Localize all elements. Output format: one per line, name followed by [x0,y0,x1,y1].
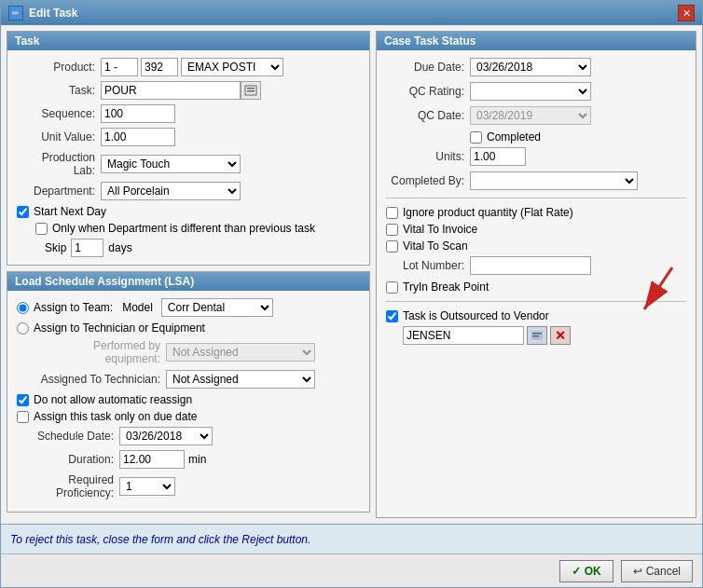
outsourced-checkbox[interactable] [386,310,398,322]
window-title: Edit Task [29,7,77,20]
task-label: Task: [17,84,101,97]
product-code-input[interactable] [141,58,178,76]
duration-label: Duration: [17,453,119,466]
divider2 [386,301,686,302]
assign-team-radio[interactable] [17,302,29,314]
assign-team-label: Assign to Team: [34,301,113,314]
task-input[interactable] [101,81,241,100]
tryin-row: TryIn Break Point [386,280,686,294]
duration-row: Duration: min [17,450,360,469]
vendor-input[interactable] [403,326,524,345]
proficiency-row: Required Proficiency: 1 2 3 [17,473,360,499]
product-row: Product: EMAX POSTI [17,58,360,76]
department-row: Department: All Porcelain Wax Metal [17,182,360,200]
units-input[interactable] [470,147,526,166]
duration-input[interactable] [119,450,185,469]
product-name-select[interactable]: EMAX POSTI [181,58,283,76]
product-label: Product: [17,61,101,74]
left-panel: Task Product: EMAX POSTI [7,31,370,518]
vital-invoice-checkbox[interactable] [386,224,398,236]
cancel-label: Cancel [646,565,681,578]
start-next-day-label: Start Next Day [34,205,106,218]
assigned-to-select[interactable]: Not Assigned [166,370,315,389]
lot-number-input[interactable] [470,256,591,275]
assign-tech-label: Assign to Technician or Equipment [34,321,205,335]
performed-by-row: Performed by equipment: Not Assigned [35,339,360,365]
vital-scan-checkbox[interactable] [386,240,398,253]
vital-scan-row: Vital To Scan [386,239,686,253]
do-not-allow-label: Do not allow automatic reassign [34,393,192,406]
do-not-allow-row: Do not allow automatic reassign [17,393,360,406]
completed-by-select[interactable] [470,171,638,190]
vendor-lookup-icon [531,331,543,340]
team-select[interactable]: Corr Dental Team A [161,298,273,317]
tryin-label: TryIn Break Point [403,280,489,294]
days-label: days [108,241,131,254]
department-label: Department: [17,185,101,198]
production-lab-select[interactable]: Magic Touch Other Lab [101,155,241,173]
lsa-group: Load Schedule Assignment (LSA) Assign to… [7,271,370,513]
svg-rect-7 [532,335,539,337]
vendor-clear-button[interactable]: ✕ [550,326,571,345]
assign-only-checkbox[interactable] [17,411,29,423]
button-bar: ✓ OK ↩ Cancel [1,554,702,587]
vendor-row: ✕ [403,326,686,345]
production-lab-row: Production Lab: Magic Touch Other Lab [17,151,360,177]
ignore-qty-label: Ignore product quantity (Flat Rate) [403,206,573,219]
due-date-row: Due Date: 03/26/2018 [386,58,686,76]
vital-invoice-row: Vital To Invoice [386,223,686,236]
schedule-date-select[interactable]: 03/26/2018 [119,427,213,445]
task-icon-button[interactable] [241,81,261,100]
outsourced-section: Task is Outsourced to Vendor [386,309,686,345]
cancel-button[interactable]: ↩ Cancel [621,560,693,582]
assign-only-row: Assign this task only on due date [17,410,360,423]
qc-date-select: 03/28/2019 [470,106,591,125]
do-not-allow-checkbox[interactable] [17,394,29,406]
task-row: Task: [17,81,360,100]
units-label: Units: [386,150,470,163]
sequence-input[interactable] [101,104,175,123]
due-date-select[interactable]: 03/26/2018 [470,58,591,76]
only-when-dept-label: Only when Department is different than p… [52,222,315,235]
qc-rating-label: QC Rating: [386,85,470,98]
svg-rect-2 [247,90,255,92]
status-message: To reject this task, close the form and … [10,533,310,546]
ignore-qty-row: Ignore product quantity (Flat Rate) [386,206,686,219]
completed-row: Completed [386,130,686,144]
production-lab-label: Production Lab: [17,151,101,177]
completed-label: Completed [487,130,541,144]
assigned-to-label: Assigned To Technician: [35,373,166,386]
status-bar: To reject this task, close the form and … [1,524,702,554]
skip-days-input[interactable] [71,239,103,257]
ignore-qty-checkbox[interactable] [386,207,398,219]
assign-tech-radio[interactable] [17,322,29,335]
svg-rect-6 [532,333,542,335]
unit-value-label: Unit Value: [17,130,101,144]
proficiency-select[interactable]: 1 2 3 [119,477,175,496]
tryin-checkbox[interactable] [386,281,398,294]
close-button[interactable]: ✕ [678,5,695,21]
ok-button[interactable]: ✓ OK [559,560,613,582]
case-task-status-group: Case Task Status Due Date: 03/26/2018 QC… [376,31,696,518]
unit-value-row: Unit Value: [17,128,360,146]
assign-tech-row: Assign to Technician or Equipment [17,321,360,335]
assign-team-row: Assign to Team: Model Corr Dental Team A [17,298,360,317]
qc-rating-select[interactable] [470,82,591,101]
lot-number-row: Lot Number: [386,256,686,275]
qc-date-row: QC Date: 03/28/2019 [386,106,686,125]
vendor-lookup-button[interactable] [527,326,547,345]
unit-value-input[interactable] [101,128,175,146]
duration-unit: min [188,453,206,466]
sequence-label: Sequence: [17,107,101,120]
product-prefix-input[interactable] [101,58,138,76]
department-select[interactable]: All Porcelain Wax Metal [101,182,241,200]
cancel-icon: ↩ [633,565,642,578]
divider1 [386,198,686,198]
start-next-day-checkbox[interactable] [17,206,29,218]
only-when-dept-checkbox[interactable] [35,223,48,235]
edit-task-window: ✏ Edit Task ✕ Task Product: [0,0,703,588]
completed-checkbox[interactable] [470,131,482,144]
qc-date-label: QC Date: [386,109,470,122]
units-row: Units: [386,147,686,166]
proficiency-label: Required Proficiency: [17,473,119,499]
